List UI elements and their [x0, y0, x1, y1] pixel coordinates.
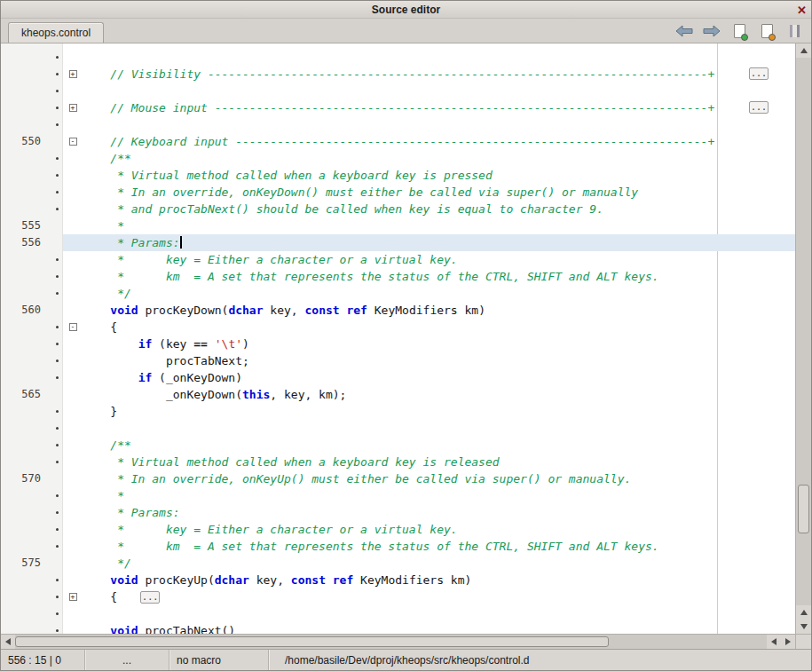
line-number	[1, 83, 63, 99]
line-number	[1, 251, 63, 268]
up-arrow-icon	[800, 610, 808, 615]
code-text: */	[83, 285, 131, 302]
line-number: 555	[1, 217, 63, 234]
line-number	[1, 352, 63, 369]
line-number	[1, 588, 63, 605]
code-line[interactable]: * Virtual method called when a keyboard …	[1, 167, 795, 184]
fold-expand-icon[interactable]: +	[69, 70, 77, 78]
titlebar: Source editor ✕	[1, 1, 811, 19]
go-forward-button[interactable]	[702, 21, 721, 41]
code-line[interactable]: * and procTabNext() should be called whe…	[1, 201, 795, 217]
status-field: ...	[85, 650, 169, 670]
go-back-button[interactable]	[674, 21, 694, 41]
code-line[interactable]: + // Mouse input -----------------------…	[1, 99, 795, 116]
code-line[interactable]: procTabNext;	[1, 352, 795, 369]
code-line[interactable]: /**	[1, 437, 795, 454]
fold-expand-icon[interactable]: +	[69, 104, 77, 112]
code-line[interactable]: 555 *	[1, 217, 795, 234]
code-line[interactable]: 575 */	[1, 555, 795, 572]
caret-position-status: 556 : 15 | 0	[1, 650, 85, 670]
code-line[interactable]	[1, 116, 795, 133]
up-arrow-icon	[800, 48, 808, 53]
code-line[interactable]	[1, 420, 795, 437]
horizontal-scrollbar-bar	[1, 635, 795, 649]
scroll-up-button[interactable]	[796, 43, 811, 58]
fold-column[interactable]: -	[63, 319, 83, 336]
line-number	[1, 285, 63, 302]
code-line[interactable]: 560 void procKeyDown(dchar key, const re…	[1, 302, 795, 319]
fold-column[interactable]: -	[63, 133, 83, 150]
fold-column	[63, 201, 83, 217]
code-line[interactable]: void procTabNext()	[1, 622, 795, 634]
line-dot-icon	[56, 123, 59, 126]
code-line[interactable]	[1, 49, 795, 66]
code-line[interactable]: - {	[1, 319, 795, 336]
code-line[interactable]: * key = Either a character or a virtual …	[1, 521, 795, 538]
code-line[interactable]: void procKeyUp(dchar key, const ref KeyM…	[1, 572, 795, 588]
fold-collapse-icon[interactable]: -	[69, 323, 77, 331]
code-line[interactable]: + // Visibility ------------------------…	[1, 66, 795, 83]
code-text: if (_onKeyDown)	[83, 369, 242, 386]
code-line[interactable]: 565 _onKeyDown(this, key, km);	[1, 386, 795, 403]
fold-column[interactable]: +	[63, 66, 83, 83]
code-line[interactable]: * In an override, onKeyDown() must eithe…	[1, 184, 795, 201]
code-text: void procTabNext()	[83, 622, 235, 634]
code-line[interactable]: * km = A set that represents the status …	[1, 538, 795, 555]
fold-column[interactable]: +	[63, 588, 83, 605]
line-number	[1, 454, 63, 470]
collapsed-fold-ellipsis[interactable]: ...	[749, 67, 769, 80]
horizontal-scroll-track[interactable]	[15, 635, 767, 649]
code-line[interactable]: * km = A set that represents the status …	[1, 268, 795, 285]
close-icon[interactable]: ✕	[797, 1, 807, 19]
scroll-left-button[interactable]	[1, 635, 15, 649]
new-document-button[interactable]	[729, 21, 749, 41]
line-number	[1, 268, 63, 285]
code-line[interactable]: * key = Either a character or a virtual …	[1, 251, 795, 268]
line-dot-icon	[56, 461, 59, 463]
tab-kheops-control[interactable]: kheops.control	[8, 22, 104, 43]
code-line[interactable]: 556 * Params:	[1, 234, 795, 251]
fold-column	[63, 521, 83, 538]
line-number	[1, 201, 63, 217]
code-text: * Virtual method called when a keyboard …	[83, 167, 493, 184]
code-line[interactable]: if (_onKeyDown)	[1, 369, 795, 386]
editor-toolbar	[674, 20, 804, 42]
detach-editor-button[interactable]	[784, 21, 804, 41]
code-line[interactable]: 570 * In an override, onKeyUp() must eit…	[1, 470, 795, 487]
line-dot-icon	[56, 258, 59, 261]
collapsed-fold-ellipsis[interactable]: ...	[749, 101, 769, 114]
code-line[interactable]: }	[1, 403, 795, 420]
code-line[interactable]: *	[1, 487, 795, 504]
code-line[interactable]: 550- // Keyboard input -----------------…	[1, 133, 795, 150]
document-icon	[761, 24, 773, 38]
scroll-down-button[interactable]	[796, 620, 811, 634]
line-dot-icon	[56, 528, 59, 531]
code-line[interactable]: */	[1, 285, 795, 302]
scroll-up-button-2[interactable]	[796, 605, 811, 620]
code-line[interactable]: if (key == '\t')	[1, 336, 795, 352]
collapsed-fold-ellipsis[interactable]: ...	[140, 591, 160, 604]
fold-collapse-icon[interactable]: -	[69, 138, 77, 146]
code-line[interactable]: + {...	[1, 588, 795, 605]
fold-expand-icon[interactable]: +	[69, 593, 77, 601]
scroll-left-button-2[interactable]	[767, 635, 781, 649]
code-line[interactable]: * Virtual method called when a keyboard …	[1, 454, 795, 470]
close-document-button[interactable]	[757, 21, 777, 41]
code-line[interactable]: /**	[1, 150, 795, 167]
scroll-right-button[interactable]	[781, 635, 795, 649]
code-line[interactable]: * Params:	[1, 504, 795, 521]
fold-column	[63, 538, 83, 555]
code-line[interactable]	[1, 605, 795, 622]
horizontal-scroll-thumb[interactable]	[15, 636, 609, 647]
go-forward-arrow-icon	[703, 25, 721, 37]
green-dot-icon	[741, 34, 748, 41]
code-line[interactable]	[1, 83, 795, 99]
vertical-scroll-track[interactable]	[796, 58, 811, 605]
line-number	[1, 167, 63, 184]
fold-column[interactable]: +	[63, 99, 83, 116]
code-area[interactable]: + // Visibility ------------------------…	[1, 43, 795, 634]
horizontal-scrollbar[interactable]	[1, 634, 811, 649]
vertical-scroll-thumb[interactable]	[798, 485, 809, 533]
line-dot-icon	[56, 579, 59, 581]
vertical-scrollbar[interactable]	[795, 43, 811, 634]
